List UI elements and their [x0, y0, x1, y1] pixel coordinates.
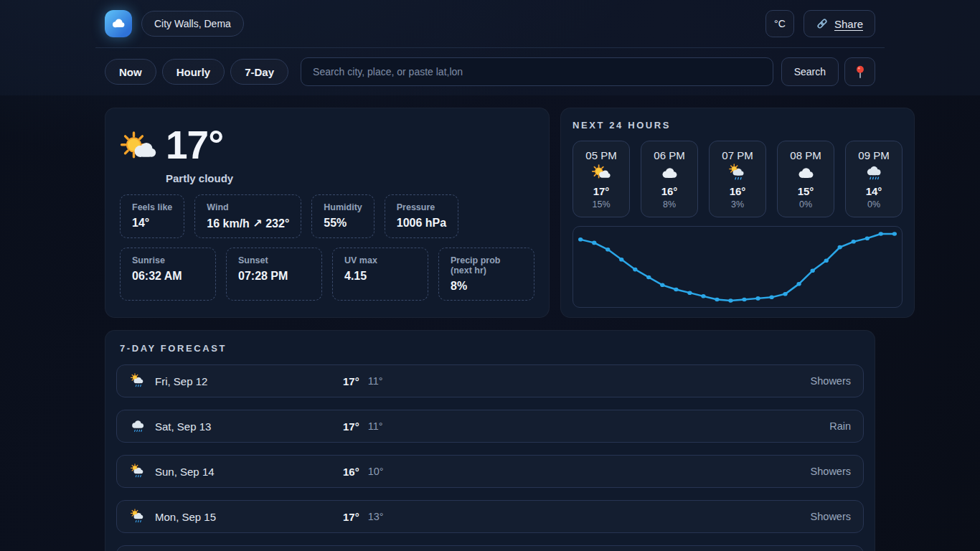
- day-low-temp: 11°: [368, 420, 383, 432]
- sun-rain-icon: [129, 373, 146, 390]
- forecast-row: Sat, Sep 13 17° 11° Rain: [116, 410, 864, 443]
- hourly-scroll-row[interactable]: 05 PM 17° 15% 06 PM 16° 8%: [573, 141, 903, 217]
- rain-icon: [129, 418, 146, 435]
- tab-hourly[interactable]: Hourly: [162, 59, 225, 85]
- cloud-logo-icon: [110, 15, 127, 32]
- share-button[interactable]: Share: [804, 10, 875, 37]
- hour-time: 05 PM: [585, 149, 616, 161]
- forecast-row: Fri, Sep 12 17° 11° Showers: [116, 364, 864, 397]
- forecast-row: Sun, Sep 14 16° 10° Showers: [116, 455, 864, 488]
- share-label: Share: [834, 18, 863, 30]
- tab-now[interactable]: Now: [105, 59, 156, 85]
- app-logo: [105, 10, 132, 37]
- stat-label: Feels like: [132, 202, 172, 212]
- stat-tile: Precip prob (next hr) 8%: [438, 248, 534, 301]
- day-low-temp: 10°: [368, 466, 384, 477]
- current-head: 17° Partly cloudy: [120, 126, 534, 184]
- stat-tile: UV max 4.15: [332, 248, 428, 301]
- hour-time: 09 PM: [858, 149, 889, 161]
- search-button[interactable]: Search: [781, 57, 839, 86]
- stat-label: Wind: [207, 202, 289, 212]
- stat-value: 1006 hPa: [397, 217, 446, 230]
- hour-temp: 16°: [661, 185, 678, 197]
- seven-day-forecast-card: 7-DAY FORECAST Fri, Sep 12 17° 11° Showe…: [105, 330, 875, 551]
- cloud-icon: [796, 164, 816, 183]
- forecast-row: [116, 545, 864, 551]
- forecast-title: 7-DAY FORECAST: [120, 343, 864, 354]
- sun-rain-icon: [727, 164, 748, 183]
- hour-time: 07 PM: [722, 149, 753, 161]
- day-low-temp: 11°: [368, 375, 383, 387]
- hour-temp: 15°: [798, 185, 814, 197]
- day-name: Sat, Sep 13: [155, 420, 343, 433]
- stat-value: 16 km/h ↗ 232°: [207, 217, 289, 230]
- day-name: Fri, Sep 12: [155, 375, 343, 387]
- stats-row-2: Sunrise 06:32 AM Sunset 07:28 PM UV max …: [120, 248, 534, 301]
- day-high-temp: 16°: [343, 466, 359, 478]
- stats-row-1: Feels like 14° Wind 16 km/h ↗ 232° Humid…: [120, 194, 534, 238]
- tab-7day[interactable]: 7-Day: [230, 59, 288, 85]
- stat-tile: Wind 16 km/h ↗ 232°: [194, 194, 301, 238]
- stat-value: 4.15: [344, 270, 416, 283]
- hour-card: 06 PM 16° 8%: [641, 141, 698, 217]
- stat-label: Precip prob (next hr): [451, 255, 522, 276]
- unit-toggle-button[interactable]: °C: [765, 10, 794, 37]
- day-name: Sun, Sep 14: [155, 466, 343, 478]
- day-name: Mon, Sep 15: [155, 511, 343, 523]
- stat-tile: Sunset 07:28 PM: [226, 248, 322, 301]
- hourly-title: NEXT 24 HOURS: [573, 120, 903, 131]
- nav-bar: Now Hourly 7-Day Search: [95, 48, 885, 95]
- stat-tile: Pressure 1006 hPa: [385, 194, 458, 238]
- search-button-label: Search: [794, 66, 826, 77]
- stat-tile: Humidity 55%: [311, 194, 374, 238]
- temp-chart: [573, 227, 902, 307]
- hour-temp: 14°: [866, 185, 882, 197]
- hour-temp: 17°: [593, 185, 610, 197]
- day-low-temp: 13°: [368, 511, 384, 522]
- hour-precip: 0%: [799, 199, 812, 209]
- day-condition: Showers: [811, 466, 851, 477]
- day-high-temp: 17°: [343, 420, 359, 433]
- location-chip[interactable]: City Walls, Dema: [141, 11, 244, 37]
- sun-rain-icon: [129, 463, 146, 480]
- stat-label: Sunrise: [132, 255, 204, 265]
- stat-value: 06:32 AM: [132, 270, 204, 283]
- day-high-temp: 17°: [343, 375, 359, 387]
- stat-tile: Feels like 14°: [120, 194, 184, 238]
- location-label: City Walls, Dema: [154, 18, 231, 29]
- stat-value: 14°: [132, 217, 172, 230]
- forecast-list: Fri, Sep 12 17° 11° Showers Sat, Sep 13 …: [116, 364, 864, 551]
- day-condition: Rain: [829, 420, 851, 432]
- temp-chart-box: [573, 226, 903, 308]
- hour-card: 07 PM 16° 3%: [709, 141, 766, 217]
- hour-time: 06 PM: [654, 149, 684, 161]
- search-input[interactable]: [301, 57, 773, 86]
- sun-cloud-icon: [591, 164, 611, 183]
- hour-card: 05 PM 17° 15%: [573, 141, 630, 217]
- hour-temp: 16°: [730, 185, 746, 197]
- cloud-icon: [659, 164, 679, 183]
- pushpin-icon: [852, 64, 868, 80]
- sun-rain-icon: [129, 509, 146, 525]
- pin-location-button[interactable]: [844, 57, 875, 86]
- hour-card: 08 PM 15° 0%: [777, 141, 834, 217]
- stat-value: 8%: [451, 280, 522, 293]
- current-condition: Partly cloudy: [166, 172, 233, 184]
- stat-label: Humidity: [324, 202, 362, 212]
- current-temp: 17°: [166, 126, 233, 165]
- stat-label: Sunset: [238, 255, 310, 265]
- hour-precip: 15%: [592, 199, 610, 209]
- link-icon: [816, 17, 829, 30]
- next-24-hours-card: NEXT 24 HOURS 05 PM 17° 15% 06 PM: [560, 108, 915, 318]
- hour-precip: 0%: [867, 199, 880, 209]
- stat-label: UV max: [344, 255, 416, 265]
- stat-tile: Sunrise 06:32 AM: [120, 248, 216, 301]
- hour-precip: 3%: [731, 199, 744, 209]
- hour-precip: 8%: [663, 199, 676, 209]
- stat-label: Pressure: [397, 202, 446, 212]
- day-condition: Showers: [811, 511, 851, 522]
- header-bar: City Walls, Dema °C Share: [95, 0, 885, 48]
- sun-cloud-icon: [120, 130, 157, 167]
- stat-value: 55%: [324, 217, 362, 230]
- forecast-row: Mon, Sep 15 17° 13° Showers: [116, 500, 864, 533]
